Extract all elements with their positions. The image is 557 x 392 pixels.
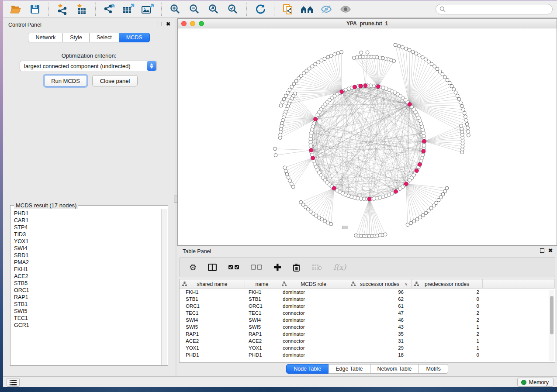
control-panel: Control Panel ✖ NetworkStyleSelectMCDS O… xyxy=(3,19,175,376)
tab-edge-table[interactable]: Edge Table xyxy=(329,364,370,374)
tab-network-table[interactable]: Network Table xyxy=(370,364,419,374)
result-node[interactable]: PHD1 xyxy=(11,210,161,217)
search-input[interactable] xyxy=(448,5,552,14)
table-row[interactable]: SWI5SWI5connector431 xyxy=(180,323,555,330)
criterion-dropdown[interactable]: largest connected component (undirected) xyxy=(20,61,157,71)
table-scrollbar[interactable] xyxy=(549,290,554,361)
network-canvas[interactable] xyxy=(178,29,557,245)
import-network-icon[interactable] xyxy=(54,2,71,16)
table-row[interactable]: PHD1PHD1dominator180 xyxy=(180,351,555,358)
result-node[interactable]: ACE2 xyxy=(11,273,161,280)
table-row[interactable]: ACE2ACE2connector311 xyxy=(180,337,555,344)
result-node[interactable]: SWI4 xyxy=(11,245,161,252)
result-node[interactable]: STB1 xyxy=(11,301,161,308)
table-row[interactable]: RAP1RAP1dominator352 xyxy=(180,330,555,337)
result-node[interactable]: FKH1 xyxy=(11,266,161,273)
open-session-icon[interactable] xyxy=(7,2,24,16)
result-node[interactable]: SRD1 xyxy=(11,252,161,259)
tab-style[interactable]: Style xyxy=(63,33,90,42)
first-neighbors-icon[interactable] xyxy=(299,2,315,16)
tab-motifs[interactable]: Motifs xyxy=(419,364,448,374)
column-header-MCDS-role[interactable]: MCDS role xyxy=(279,279,348,289)
memory-label: Memory xyxy=(529,379,549,385)
export-table-icon[interactable] xyxy=(120,2,137,16)
zoom-selected-icon[interactable] xyxy=(225,2,241,16)
result-node[interactable]: SWI5 xyxy=(11,308,161,315)
desktop-wallpaper-strip xyxy=(0,387,557,392)
table-row[interactable]: FKH1FKH1dominator962 xyxy=(180,289,555,296)
close-panel-button[interactable]: Close panel xyxy=(92,75,138,86)
table-row[interactable]: STB1STB1dominator620 xyxy=(180,296,555,303)
mcds-panel: Optimization criterion: largest connecte… xyxy=(7,46,171,374)
tab-mcds[interactable]: MCDS xyxy=(119,33,150,42)
zoom-fit-icon[interactable] xyxy=(205,2,222,16)
main-toolbar xyxy=(3,0,557,17)
tab-node-table[interactable]: Node Table xyxy=(286,364,329,374)
result-node[interactable]: PMA2 xyxy=(11,259,161,266)
result-node[interactable]: GCR1 xyxy=(11,322,161,329)
result-node[interactable]: TID3 xyxy=(11,231,161,238)
optimization-criterion-label: Optimization criterion: xyxy=(7,52,171,59)
control-panel-tabs: NetworkStyleSelectMCDS xyxy=(3,33,175,42)
table-row[interactable]: ORC1ORC1dominator610 xyxy=(180,303,555,309)
close-panel-icon[interactable]: ✖ xyxy=(166,22,170,26)
cytoscape-window: Control Panel ✖ NetworkStyleSelectMCDS O… xyxy=(3,0,557,388)
dropdown-stepper-icon xyxy=(147,61,156,71)
table-row[interactable]: TEC1TEC1connector472 xyxy=(180,309,555,316)
toolbar-separator xyxy=(274,3,274,16)
settings-gear-icon[interactable]: ⚙ xyxy=(189,263,197,272)
select-all-icon[interactable] xyxy=(228,265,239,270)
mcds-result-title: MCDS result (17 nodes) xyxy=(14,202,78,209)
column-header-successor-nodes[interactable]: successor nodes∨ xyxy=(348,279,412,289)
result-node[interactable]: RAP1 xyxy=(11,294,161,301)
zoom-out-icon[interactable] xyxy=(186,2,203,16)
table-scrollbar-thumb[interactable] xyxy=(550,296,554,334)
export-image-icon[interactable] xyxy=(139,2,156,16)
tab-network[interactable]: Network xyxy=(28,33,63,42)
column-header-predecessor-nodes[interactable]: predecessor nodes xyxy=(412,279,483,289)
function-builder-icon[interactable]: f(x) xyxy=(333,263,346,272)
run-mcds-button[interactable]: Run MCDS xyxy=(44,75,87,86)
result-node[interactable]: STP4 xyxy=(11,224,161,231)
table-header-row: shared namenameMCDS rolesuccessor nodes∨… xyxy=(180,279,555,289)
table-body: FKH1FKH1dominator962STB1STB1dominator620… xyxy=(180,289,555,358)
copy-network-style-icon[interactable] xyxy=(280,2,296,16)
add-row-icon[interactable] xyxy=(273,263,281,271)
result-scrollbar[interactable] xyxy=(161,209,167,365)
search-field[interactable] xyxy=(436,4,553,14)
column-header-shared-name[interactable]: shared name xyxy=(180,279,245,289)
mcds-result-box: MCDS result (17 nodes) PHD1CAR1STP4TID3Y… xyxy=(10,205,168,366)
horizontal-splitter-handle[interactable] xyxy=(342,226,348,229)
result-node[interactable]: ORC1 xyxy=(11,287,161,294)
zoom-in-icon[interactable] xyxy=(167,2,183,16)
deselect-all-icon[interactable] xyxy=(251,265,262,270)
task-history-button[interactable] xyxy=(7,378,20,387)
close-table-panel-icon[interactable]: ✖ xyxy=(548,248,553,253)
export-network-icon[interactable] xyxy=(101,2,118,16)
result-node[interactable]: STB5 xyxy=(11,280,161,287)
result-node[interactable]: YOX1 xyxy=(11,238,161,245)
show-all-eye-icon[interactable] xyxy=(337,2,354,16)
save-session-icon[interactable] xyxy=(27,2,43,16)
delete-row-trash-icon[interactable] xyxy=(293,263,300,272)
tab-select[interactable]: Select xyxy=(90,33,119,42)
network-titlebar[interactable]: YPA_prune.txt_1 xyxy=(178,19,557,28)
table-row[interactable]: YOX1YOX1connector291 xyxy=(180,344,555,351)
criterion-value: largest connected component (undirected) xyxy=(20,63,147,69)
delete-table-icon[interactable] xyxy=(311,264,322,270)
toolbar-separator xyxy=(95,3,96,16)
float-panel-icon[interactable] xyxy=(158,22,162,26)
memory-status-icon xyxy=(521,380,526,385)
float-table-panel-icon[interactable] xyxy=(540,248,544,253)
result-node[interactable]: CAR1 xyxy=(11,217,161,224)
show-columns-icon[interactable] xyxy=(208,264,217,271)
column-header-name[interactable]: name xyxy=(245,279,279,289)
import-table-icon[interactable] xyxy=(73,2,90,16)
result-node[interactable]: TEC1 xyxy=(11,315,161,322)
table-row[interactable]: SWI4SWI4dominator462 xyxy=(180,316,555,323)
refresh-icon[interactable] xyxy=(252,2,269,16)
control-panel-title: Control Panel xyxy=(3,22,42,28)
hide-selected-eye-icon[interactable] xyxy=(318,2,335,16)
mcds-result-list: PHD1CAR1STP4TID3YOX1SWI4SRD1PMA2FKH1ACE2… xyxy=(11,210,161,364)
memory-button[interactable]: Memory xyxy=(517,378,554,387)
